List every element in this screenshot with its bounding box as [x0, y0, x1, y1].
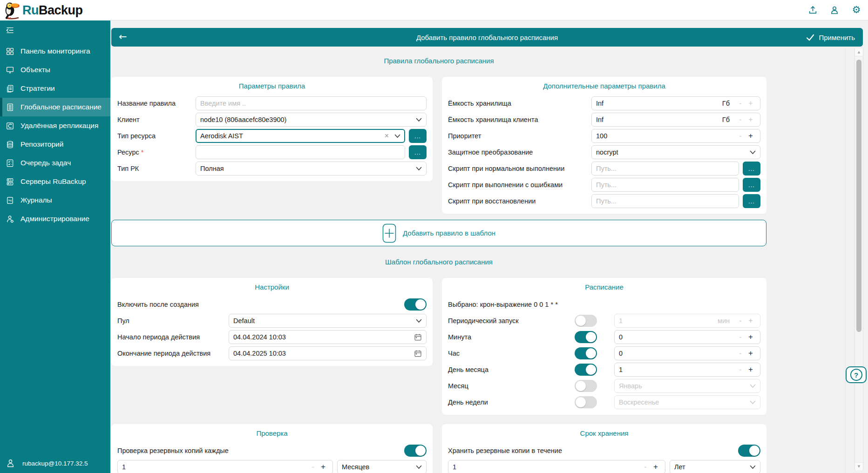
- dashboard-icon: [6, 47, 14, 56]
- hour-input[interactable]: [619, 350, 735, 357]
- decrement-button[interactable]: -: [735, 316, 746, 325]
- resource-row: Ресурс* ...: [117, 145, 427, 159]
- sidebar-item-task-queue[interactable]: Очередь задач: [0, 154, 110, 172]
- day-of-week-toggle[interactable]: [575, 396, 597, 408]
- day-of-month-input[interactable]: [619, 366, 735, 373]
- logo[interactable]: RuBackup: [0, 0, 110, 20]
- decrement-button[interactable]: -: [735, 332, 746, 342]
- logs-icon: log: [6, 196, 14, 205]
- retention-input[interactable]: [453, 463, 640, 471]
- priority-input[interactable]: [596, 132, 735, 140]
- decrement-button[interactable]: -: [735, 99, 746, 108]
- verification-input[interactable]: [122, 463, 308, 471]
- sidebar-item-administration[interactable]: Администрирование: [0, 209, 110, 228]
- day-of-month-toggle[interactable]: [575, 364, 597, 376]
- calendar-icon[interactable]: [414, 350, 422, 358]
- toggle-knob: [586, 332, 596, 342]
- month-label: Месяц: [448, 382, 575, 390]
- sidebar-item-repository[interactable]: Репозиторий: [0, 135, 110, 154]
- crypto-select[interactable]: nocrypt: [591, 145, 760, 159]
- decrement-button[interactable]: -: [735, 131, 746, 141]
- scroll-up-button[interactable]: ▲: [855, 48, 863, 56]
- export-button[interactable]: [807, 5, 818, 15]
- script-ok-input[interactable]: [596, 165, 734, 172]
- periodic-run-toggle[interactable]: [575, 315, 597, 327]
- increment-button[interactable]: +: [746, 349, 756, 358]
- client-select[interactable]: node10 (806aacefc80e3900): [196, 113, 427, 127]
- decrement-button[interactable]: -: [308, 462, 318, 472]
- verification-toggle[interactable]: [404, 445, 427, 457]
- decrement-button[interactable]: -: [735, 115, 746, 124]
- script-err-input[interactable]: [596, 181, 734, 189]
- decrement-button[interactable]: -: [640, 462, 651, 472]
- verification-controls-row: - + Месяцев: [117, 460, 427, 473]
- script-restore-input[interactable]: [596, 197, 734, 205]
- client-capacity-input[interactable]: [596, 116, 722, 123]
- question-mark-icon: ?: [850, 369, 862, 381]
- backup-type-select[interactable]: Полная: [196, 162, 427, 176]
- page-header: ← Добавить правило глобального расписани…: [111, 28, 863, 47]
- capacity-input[interactable]: [596, 100, 722, 107]
- pool-select[interactable]: Default: [229, 314, 427, 328]
- increment-button[interactable]: +: [746, 115, 756, 124]
- sidebar-item-global-schedule[interactable]: Глобальное расписание: [0, 98, 110, 116]
- sidebar-item-logs[interactable]: log Журналы: [0, 191, 110, 209]
- sidebar-item-objects[interactable]: Объекты: [0, 61, 110, 79]
- scroll-down-button[interactable]: ▼: [855, 462, 863, 470]
- period-end-field-wrap: [229, 346, 427, 360]
- periodic-run-unit: мин: [718, 317, 730, 324]
- resource-input[interactable]: [200, 149, 400, 156]
- schedule-title: Расписание: [448, 283, 760, 292]
- verification-unit-select[interactable]: Месяцев: [337, 460, 427, 473]
- period-start-input[interactable]: [233, 333, 414, 341]
- add-rule-to-template-button[interactable]: Добавить правило в шаблон: [111, 220, 766, 246]
- crypto-label: Защитное преобразование: [448, 149, 591, 156]
- increment-button[interactable]: +: [746, 99, 756, 108]
- help-button[interactable]: ?: [846, 366, 867, 383]
- settings-button[interactable]: ⚙: [851, 5, 861, 15]
- hour-toggle[interactable]: [575, 347, 597, 359]
- pool-label: Пул: [117, 317, 229, 324]
- retention-unit-select[interactable]: Лет: [670, 460, 760, 473]
- period-start-label: Начало периода действия: [117, 333, 229, 341]
- calendar-icon[interactable]: [414, 333, 422, 341]
- resource-type-browse-button[interactable]: ...: [409, 129, 427, 143]
- vertical-scrollbar[interactable]: ▲ ▼: [854, 48, 863, 470]
- sidebar-collapse-button[interactable]: [5, 26, 14, 35]
- clear-icon[interactable]: ×: [385, 132, 389, 140]
- sidebar-item-dashboard[interactable]: Панель мониторинга: [0, 42, 110, 61]
- current-user[interactable]: rubackup@10.177.32.5: [7, 459, 88, 467]
- script-ok-browse-button[interactable]: ...: [743, 162, 760, 176]
- resource-browse-button[interactable]: ...: [409, 145, 427, 159]
- increment-button[interactable]: +: [746, 332, 756, 342]
- increment-button[interactable]: +: [746, 316, 756, 325]
- back-button[interactable]: ←: [111, 32, 127, 43]
- rule-name-input[interactable]: [200, 100, 422, 107]
- increment-button[interactable]: +: [318, 462, 328, 472]
- sidebar-item-remote-replication[interactable]: Удалённая репликация: [0, 116, 110, 135]
- retention-toggle[interactable]: [738, 445, 760, 457]
- decrement-button[interactable]: -: [735, 349, 746, 358]
- apply-button[interactable]: Применить: [806, 34, 863, 41]
- pool-row: Пул Default: [117, 314, 427, 328]
- account-button[interactable]: [829, 5, 840, 15]
- script-restore-browse-button[interactable]: ...: [743, 194, 760, 208]
- minute-toggle[interactable]: [575, 331, 597, 343]
- resource-type-combobox[interactable]: Aerodisk AIST ×: [196, 129, 405, 143]
- period-end-input[interactable]: [233, 350, 414, 357]
- sidebar-item-label: Стратегии: [20, 84, 55, 93]
- minute-input[interactable]: [619, 333, 735, 341]
- monitor-icon: [6, 66, 14, 74]
- enable-after-create-toggle[interactable]: [404, 298, 427, 311]
- decrement-button[interactable]: -: [735, 365, 746, 374]
- script-err-browse-button[interactable]: ...: [743, 178, 760, 192]
- increment-button[interactable]: +: [746, 131, 756, 141]
- increment-button[interactable]: +: [746, 365, 756, 374]
- increment-button[interactable]: +: [651, 462, 661, 472]
- sidebar-item-strategies[interactable]: Стратегии: [0, 79, 110, 98]
- sidebar-item-servers[interactable]: Серверы RuBackup: [0, 172, 110, 191]
- scrollbar-thumb[interactable]: [856, 60, 861, 332]
- verification-title: Проверка: [117, 429, 427, 438]
- month-toggle[interactable]: [575, 380, 597, 392]
- toggle-knob: [415, 446, 426, 456]
